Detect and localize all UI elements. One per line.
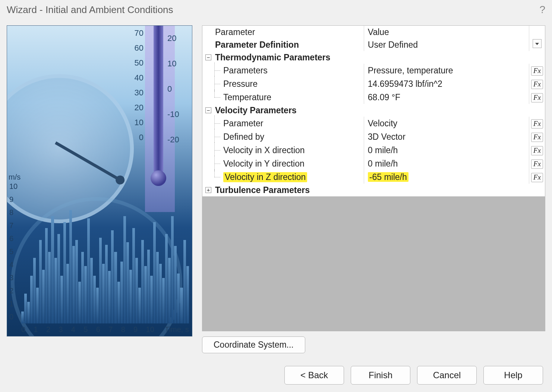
tick: 30 xyxy=(132,85,143,100)
xtick: 9 xyxy=(133,325,138,334)
section-title: Turbulence Parameters xyxy=(215,185,310,195)
row-velocity-y[interactable]: Velocity in Y direction 0 mile/h Fx xyxy=(202,157,545,170)
value[interactable]: Pressure, temperature xyxy=(364,64,529,77)
fx-button[interactable]: Fx xyxy=(531,146,543,155)
fx-button[interactable]: Fx xyxy=(531,66,543,76)
row-velocity-x[interactable]: Velocity in X direction 0 mile/h Fx xyxy=(202,143,545,157)
row-defined-by[interactable]: Defined by 3D Vector Fx xyxy=(202,130,545,143)
value-parameter-definition[interactable]: User Defined xyxy=(364,38,529,51)
row-parameters[interactable]: Parameters Pressure, temperature Fx xyxy=(202,64,545,77)
ytick: 4 xyxy=(9,258,18,271)
row-parameter-definition[interactable]: Parameter Definition User Defined xyxy=(202,38,545,51)
xtick: 0 xyxy=(21,325,25,334)
tick: 0 xyxy=(167,76,182,102)
coordinate-system-button[interactable]: Coordinate System... xyxy=(202,336,305,353)
row-temperature[interactable]: Temperature 68.09 °F Fx xyxy=(202,91,545,104)
label: Defined by xyxy=(223,132,264,142)
thermometer-scale-right: 20 10 0 -10 -20 xyxy=(167,26,182,152)
wizard-footer: < Back Finish Cancel Help xyxy=(0,357,552,392)
ytick: 6 xyxy=(9,232,18,245)
tick: 40 xyxy=(132,70,143,85)
xtick: 4 xyxy=(71,325,75,334)
value[interactable]: 0 mile/h xyxy=(364,143,529,157)
tick: 10 xyxy=(132,115,143,130)
value[interactable]: 0 mile/h xyxy=(364,157,529,170)
xtick: 8 xyxy=(121,325,125,334)
xtick: 6 xyxy=(96,325,100,334)
label: Parameters xyxy=(223,66,268,76)
value[interactable]: 14.6959473 lbf/in^2 xyxy=(364,77,529,91)
expand-icon[interactable]: + xyxy=(205,187,211,193)
chart-y-axis: 10 9 8 7 6 5 4 3 2 1 0 xyxy=(9,180,18,323)
tick: 60 xyxy=(132,41,143,56)
xtick: 1 xyxy=(34,325,38,334)
thermometer-tube-icon xyxy=(154,26,163,173)
window-title: Wizard - Initial and Ambient Conditions xyxy=(7,4,173,16)
value[interactable]: 68.09 °F xyxy=(364,91,529,104)
xtick: 7 xyxy=(108,325,113,334)
cancel-button[interactable]: Cancel xyxy=(417,366,477,385)
tick: -10 xyxy=(167,102,182,127)
tick: 20 xyxy=(167,26,182,51)
fx-button[interactable]: Fx xyxy=(531,93,543,102)
section-turbulence[interactable]: +Turbulence Parameters xyxy=(202,184,545,196)
value[interactable]: -65 mile/h xyxy=(364,170,529,184)
value[interactable]: 3D Vector xyxy=(364,130,529,143)
collapse-icon[interactable]: − xyxy=(205,54,211,60)
help-icon[interactable]: ? xyxy=(539,4,545,16)
ytick: 2 xyxy=(9,284,18,297)
wizard-window: Wizard - Initial and Ambient Conditions … xyxy=(0,0,552,392)
ytick: 1 xyxy=(9,297,18,310)
chart-area: m/s 10 9 8 7 6 5 4 3 2 1 0 0 1 xyxy=(7,176,192,336)
section-title: Velocity Parameters xyxy=(215,105,297,116)
ytick: 7 xyxy=(9,219,18,232)
tick: -20 xyxy=(167,127,182,152)
tick: 50 xyxy=(132,56,143,70)
label: Pressure xyxy=(223,79,258,89)
chart-bars-icon xyxy=(21,186,189,323)
xtick: 5 xyxy=(83,325,88,334)
chart-x-unit: Time, s xyxy=(165,325,189,334)
fx-button[interactable]: Fx xyxy=(531,80,543,89)
ytick: 5 xyxy=(9,245,18,258)
tick: 70 xyxy=(132,26,143,41)
ytick: 8 xyxy=(9,206,18,219)
dropdown-button[interactable] xyxy=(533,39,542,48)
label: Velocity in Y direction xyxy=(223,159,305,169)
tick: 0 xyxy=(132,130,143,145)
xtick: 2 xyxy=(46,325,50,334)
label-parameter-definition: Parameter Definition xyxy=(215,40,299,50)
fx-button[interactable]: Fx xyxy=(531,159,543,169)
section-thermodynamic[interactable]: −Thermodynamic Parameters xyxy=(202,51,545,64)
ytick: 0 xyxy=(9,310,18,323)
help-button[interactable]: Help xyxy=(483,366,543,385)
section-title: Thermodynamic Parameters xyxy=(215,53,330,63)
row-velocity-z[interactable]: Velocity in Z direction -65 mile/h Fx xyxy=(202,170,545,184)
below-grid: Coordinate System... xyxy=(202,331,545,353)
label: Parameter xyxy=(223,118,263,129)
tick: 20 xyxy=(132,100,143,115)
ytick: 3 xyxy=(9,271,18,284)
finish-button[interactable]: Finish xyxy=(351,366,410,385)
row-pressure[interactable]: Pressure 14.6959473 lbf/in^2 Fx xyxy=(202,77,545,91)
parameter-grid: Parameter Value Parameter Definition Use… xyxy=(202,25,545,331)
header-value: Value xyxy=(364,26,529,38)
row-velocity-parameter[interactable]: Parameter Velocity Fx xyxy=(202,117,545,130)
section-velocity[interactable]: −Velocity Parameters xyxy=(202,104,545,117)
collapse-icon[interactable]: − xyxy=(205,107,211,113)
tick: 10 xyxy=(167,51,182,76)
fx-button[interactable]: Fx xyxy=(531,119,543,129)
ytick: 10 xyxy=(9,180,18,193)
back-button[interactable]: < Back xyxy=(284,366,344,385)
value[interactable]: Velocity xyxy=(364,117,529,130)
illustration-panel: 70 60 50 40 30 20 10 0 20 10 0 -10 -20 m… xyxy=(7,25,192,336)
body-area: 70 60 50 40 30 20 10 0 20 10 0 -10 -20 m… xyxy=(0,18,552,357)
right-panel: Parameter Value Parameter Definition Use… xyxy=(202,25,545,353)
thermometer-scale-left: 70 60 50 40 30 20 10 0 xyxy=(132,26,143,145)
fx-button[interactable]: Fx xyxy=(531,133,543,142)
grid-header-row: Parameter Value xyxy=(202,26,545,38)
header-parameter: Parameter xyxy=(215,27,255,37)
fx-button[interactable]: Fx xyxy=(531,173,543,182)
ytick: 9 xyxy=(9,193,18,206)
chart-x-axis: 0 1 2 3 4 5 6 7 8 9 10 Time, s xyxy=(21,325,189,334)
